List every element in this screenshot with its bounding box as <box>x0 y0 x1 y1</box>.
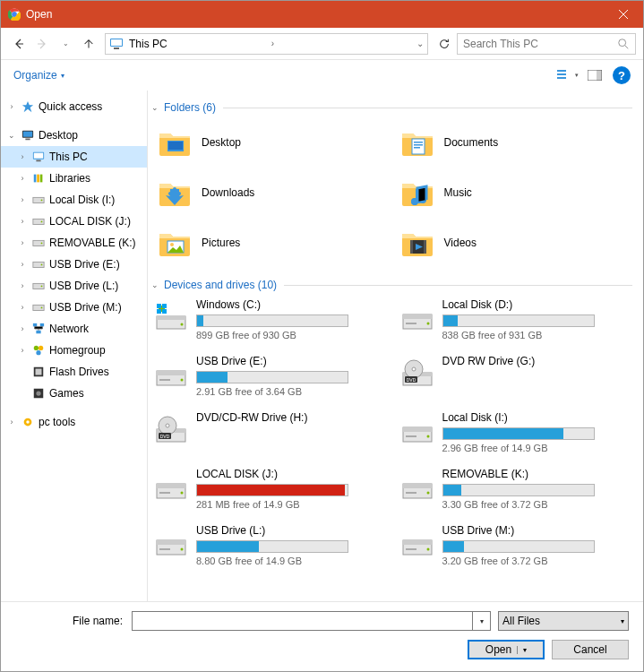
svg-point-31 <box>41 307 43 309</box>
chevron-down-icon[interactable]: ⌄ <box>416 39 424 48</box>
usage-bar <box>196 314 348 327</box>
drive-dvd-rw-drive-g-[interactable]: DVDDVD RW Drive (G:) <box>398 353 633 399</box>
expander-icon: › <box>17 281 28 290</box>
navigation-bar: ⌄ This PC › ⌄ <box>1 28 643 60</box>
sidebar-item-label: REMOVABLE (K:) <box>49 237 135 249</box>
drive-free-text: 838 GB free of 931 GB <box>442 330 631 340</box>
dropdown-icon: ▾ <box>621 617 624 625</box>
search-input[interactable] <box>463 38 617 50</box>
drive-usb-drive-l-[interactable]: USB Drive (L:)8.80 GB free of 14.9 GB <box>151 522 387 568</box>
open-button[interactable]: Open ▾ <box>468 640 545 659</box>
folder-documents[interactable]: Documents <box>394 119 633 166</box>
sidebar-item-libraries[interactable]: ›Libraries <box>1 168 147 189</box>
drive-label: USB Drive (E:) <box>196 355 385 367</box>
folder-pictures[interactable]: Pictures <box>151 220 391 266</box>
close-button[interactable] <box>603 1 643 28</box>
drive-removable-k-[interactable]: REMOVABLE (K:)3.30 GB free of 3.72 GB <box>398 466 633 512</box>
expander-icon: › <box>17 324 28 333</box>
folder-downloads[interactable]: Downloads <box>151 169 391 216</box>
group-header-folders[interactable]: ⌄ Folders (6) <box>151 101 632 114</box>
sidebar-item-pc-tools[interactable]: ›pc tools <box>1 411 147 433</box>
organize-button[interactable]: Organize ▾ <box>13 69 64 82</box>
hdd-icon <box>31 257 46 271</box>
svg-point-41 <box>36 391 40 395</box>
refresh-button[interactable] <box>434 33 455 55</box>
sidebar-item-this-pc[interactable]: ›This PC <box>1 146 147 168</box>
svg-rect-95 <box>403 484 432 488</box>
folder-music[interactable]: Music <box>394 169 633 216</box>
sidebar-item-usb-drive-l-[interactable]: ›USB Drive (L:) <box>1 275 147 297</box>
drive-usb-drive-e-[interactable]: USB Drive (E:)2.91 GB free of 3.64 GB <box>151 353 387 399</box>
file-type-filter[interactable]: All Files ▾ <box>498 611 629 631</box>
svg-rect-48 <box>414 144 423 146</box>
sidebar-item-label: Network <box>49 323 89 335</box>
sidebar-item-network[interactable]: ›Network <box>1 318 147 340</box>
svg-point-21 <box>41 200 43 202</box>
back-button[interactable] <box>8 33 30 55</box>
svg-rect-16 <box>36 160 40 162</box>
preview-pane-button[interactable] <box>582 65 607 85</box>
svg-rect-91 <box>157 484 185 488</box>
sidebar-item-usb-drive-m-[interactable]: ›USB Drive (M:) <box>1 297 147 318</box>
usage-bar <box>442 427 595 440</box>
filename-dropdown[interactable]: ▾ <box>473 611 491 631</box>
svg-rect-45 <box>168 142 183 150</box>
usage-bar <box>442 314 595 327</box>
expander-icon: ⌄ <box>6 131 17 140</box>
breadcrumb[interactable]: This PC › ⌄ <box>105 33 428 55</box>
sidebar-item-local-disk-i-[interactable]: ›Local Disk (I:) <box>1 189 147 211</box>
filename-input[interactable] <box>132 611 473 631</box>
videos-folder-icon <box>398 223 437 263</box>
drive-windows-c-[interactable]: Windows (C:)899 GB free of 930 GB <box>151 297 387 342</box>
sidebar-item-usb-drive-e-[interactable]: ›USB Drive (E:) <box>1 254 147 275</box>
svg-rect-71 <box>157 371 185 375</box>
drive-local-disk-d-[interactable]: Local Disk (D:)838 GB free of 931 GB <box>398 297 633 342</box>
drive-free-text: 3.20 GB free of 3.72 GB <box>442 556 631 566</box>
svg-rect-18 <box>37 175 39 183</box>
svg-point-36 <box>39 346 43 350</box>
toolbar: Organize ▾ ▾ ? <box>1 60 643 90</box>
drive-local-disk-i-[interactable]: Local Disk (I:)2.96 GB free of 14.9 GB <box>398 409 633 455</box>
up-button[interactable] <box>78 33 99 55</box>
help-button[interactable]: ? <box>613 66 631 84</box>
svg-rect-6 <box>557 70 566 72</box>
hdd-icon <box>31 236 46 250</box>
view-options-button[interactable]: ▾ <box>555 65 580 85</box>
footer: File name: ▾ All Files ▾ Open ▾ Cancel <box>1 601 643 670</box>
drive-dvd-cd-rw-drive-h-[interactable]: DVDDVD/CD-RW Drive (H:) <box>151 409 387 455</box>
sidebar-item-games[interactable]: Games <box>1 383 147 404</box>
pc-icon <box>31 150 46 164</box>
forward-button[interactable] <box>31 33 53 55</box>
drive-label: DVD/CD-RW Drive (H:) <box>196 411 385 424</box>
svg-rect-65 <box>162 309 167 314</box>
sidebar-item-local-disk-j-[interactable]: ›LOCAL DISK (J:) <box>1 211 147 232</box>
content-area: ⌄ Folders (6) DesktopDocumentsDownloadsM… <box>148 90 643 601</box>
sidebar-item-label: Local Disk (I:) <box>49 194 115 206</box>
search-box[interactable] <box>457 33 636 55</box>
svg-rect-4 <box>114 47 119 49</box>
svg-rect-67 <box>403 314 432 319</box>
expander-icon: › <box>17 238 28 247</box>
sidebar-item-homegroup[interactable]: ›Homegroup <box>1 340 147 361</box>
group-header-drives[interactable]: ⌄ Devices and drives (10) <box>151 279 632 291</box>
sidebar-item-quick-access[interactable]: ›Quick access <box>1 96 147 117</box>
cancel-button[interactable]: Cancel <box>552 640 629 659</box>
svg-point-5 <box>619 39 626 46</box>
recent-locations-button[interactable]: ⌄ <box>55 33 76 55</box>
sidebar-item-flash-drives[interactable]: Flash Drives <box>1 361 147 383</box>
documents-folder-icon <box>398 123 437 162</box>
sidebar-item-removable-k-[interactable]: ›REMOVABLE (K:) <box>1 232 147 254</box>
expander-icon: › <box>17 260 28 269</box>
drive-icon <box>399 413 435 449</box>
chevron-down-icon: ⌄ <box>151 280 164 289</box>
titlebar: Open <box>1 1 643 28</box>
folder-videos[interactable]: Videos <box>394 220 633 266</box>
sidebar-item-label: Homegroup <box>49 344 106 357</box>
drive-usb-drive-m-[interactable]: USB Drive (M:)3.20 GB free of 3.72 GB <box>398 522 633 568</box>
drive-local-disk-j-[interactable]: LOCAL DISK (J:)281 MB free of 14.9 GB <box>151 466 387 512</box>
expander-icon: › <box>6 102 17 111</box>
sidebar-item-desktop[interactable]: ⌄Desktop <box>1 125 147 146</box>
sidebar-item-label: Quick access <box>39 100 102 113</box>
hdd-icon <box>31 193 46 207</box>
folder-desktop[interactable]: Desktop <box>151 119 391 166</box>
